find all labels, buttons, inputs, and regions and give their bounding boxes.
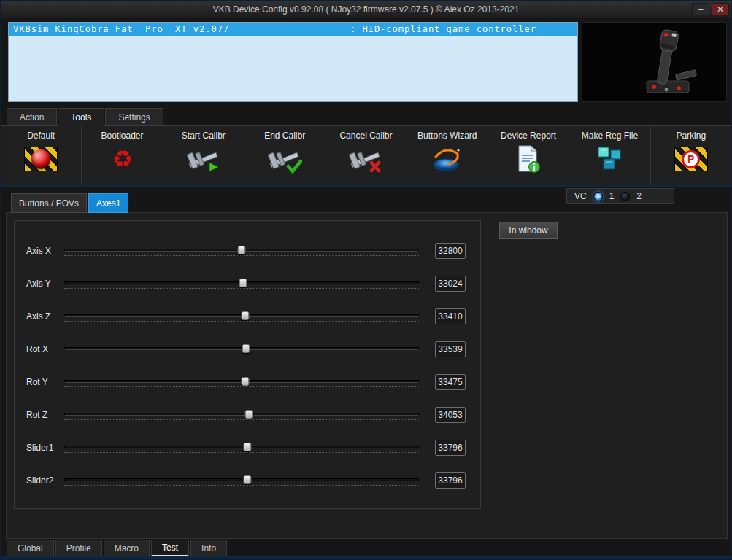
axis-value: 33796 xyxy=(435,472,466,489)
axis-row-x: Axis X 32800 xyxy=(15,234,480,267)
subtab-buttons-povs[interactable]: Buttons / POVs xyxy=(11,193,87,213)
axis-label: Axis Z xyxy=(26,311,64,322)
slider-thumb[interactable] xyxy=(243,443,251,451)
tab-tools[interactable]: Tools xyxy=(58,108,104,126)
subtab-bar: Buttons / POVs Axes1 xyxy=(11,193,128,213)
axis-label: Slider2 xyxy=(26,475,64,486)
axis-value: 32800 xyxy=(435,243,466,259)
tab-settings[interactable]: Settings xyxy=(105,108,163,125)
toolbar-label: Buttons Wizard xyxy=(417,131,477,141)
vc-radio-2[interactable] xyxy=(620,192,630,201)
vc-option-1-label: 1 xyxy=(609,191,615,201)
axis-slider[interactable] xyxy=(64,309,419,324)
slider-ticks xyxy=(64,255,419,256)
subtab-axes1[interactable]: Axes1 xyxy=(88,193,128,213)
axis-row-z: Axis Z 33410 xyxy=(15,300,480,332)
axis-label: Axis X xyxy=(26,246,64,256)
document-info-icon xyxy=(514,144,543,174)
slider-ticks xyxy=(64,354,419,354)
tab-macro[interactable]: Macro xyxy=(104,540,150,556)
window-controls: – ✕ xyxy=(692,3,729,15)
slider-thumb[interactable] xyxy=(244,410,253,419)
bottom-tab-bar: Global Profile Macro Test Info xyxy=(7,540,227,556)
axes-group-box: Axis X 32800 Axis Y 33024 Axis Z xyxy=(14,220,481,509)
toolbar-button-start-calibr[interactable]: Start Calibr xyxy=(163,126,244,185)
axis-value: 33475 xyxy=(435,374,466,390)
toolbar-button-parking[interactable]: Parking P xyxy=(651,126,731,185)
slider-thumb[interactable] xyxy=(241,311,249,320)
axis-label: Rot Z xyxy=(26,410,64,420)
axis-row-slider2: Slider2 33796 xyxy=(15,464,480,497)
toolbar: Default Bootloader ♻ Start Calibr End Ca… xyxy=(1,125,731,187)
tab-info[interactable]: Info xyxy=(190,540,227,556)
axis-label: Rot Y xyxy=(26,377,64,387)
recycle-icon: ♻ xyxy=(112,144,133,174)
axis-value: 33410 xyxy=(435,308,466,324)
vkb-device-config-window: { "window": { "title": "VKB Device Confi… xyxy=(0,0,732,560)
toolbar-button-device-report[interactable]: Device Report xyxy=(488,126,569,185)
parking-sign-icon: P xyxy=(674,144,708,174)
close-button[interactable]: ✕ xyxy=(712,3,729,15)
toolbar-button-bootloader[interactable]: Bootloader ♻ xyxy=(82,126,163,185)
axes-test-panel: Axis X 32800 Axis Y 33024 Axis Z xyxy=(6,212,728,539)
ufo-swirl-icon xyxy=(430,144,465,174)
tab-action[interactable]: Action xyxy=(7,108,57,125)
vc-label: VC xyxy=(574,191,587,201)
toolbar-label: Device Report xyxy=(501,131,556,141)
slider-ticks xyxy=(64,288,419,289)
axis-slider[interactable] xyxy=(64,244,419,258)
caliper-check-icon xyxy=(267,144,302,174)
tab-global[interactable]: Global xyxy=(7,540,54,556)
in-window-button[interactable]: In window xyxy=(499,222,558,239)
toolbar-button-default[interactable]: Default xyxy=(1,126,82,185)
axis-slider[interactable] xyxy=(64,276,419,291)
axis-row-rx: Rot X 33539 xyxy=(15,332,480,365)
device-list-item-selected[interactable]: VKBsim KingCobra Fat Pro XT v2.077 : HID… xyxy=(9,23,577,36)
toolbar-label: Default xyxy=(27,131,55,141)
axis-row-y: Axis Y 33024 xyxy=(15,267,480,300)
toolbar-button-make-reg-file[interactable]: Make Reg File xyxy=(569,126,650,185)
axis-slider[interactable] xyxy=(64,375,419,389)
slider-ticks xyxy=(64,419,419,420)
slider-thumb[interactable] xyxy=(243,475,251,484)
axis-slider[interactable] xyxy=(64,440,419,455)
toolbar-button-buttons-wizard[interactable]: Buttons Wizard xyxy=(407,126,488,185)
axis-slider[interactable] xyxy=(64,473,419,488)
toolbar-label: Parking xyxy=(676,131,706,141)
joystick-image xyxy=(582,23,727,102)
device-list[interactable]: VKBsim KingCobra Fat Pro XT v2.077 : HID… xyxy=(8,22,578,102)
slider-track[interactable] xyxy=(64,413,419,416)
slider-track[interactable] xyxy=(64,446,419,448)
slider-ticks xyxy=(64,321,419,322)
toolbar-button-end-calibr[interactable]: End Calibr xyxy=(244,126,325,185)
window-title: VKB Device Config v0.92.08 ( NJoy32 firm… xyxy=(213,4,520,15)
toolbar-label: Bootloader xyxy=(101,131,143,141)
axis-row-rz: Rot Z 34053 xyxy=(15,398,480,431)
hazard-ball-icon xyxy=(24,144,58,174)
axis-label: Rot X xyxy=(26,344,64,354)
axis-row-slider1: Slider1 33796 xyxy=(15,431,480,464)
slider-thumb[interactable] xyxy=(242,344,250,353)
slider-thumb[interactable] xyxy=(238,246,246,254)
toolbar-label: Make Reg File xyxy=(582,131,638,141)
main-tab-bar: Action Tools Settings xyxy=(7,108,164,125)
toolbar-label: Cancel Calibr xyxy=(339,131,392,141)
axis-value: 33796 xyxy=(435,440,466,456)
axis-slider[interactable] xyxy=(64,342,419,357)
slider-track[interactable] xyxy=(64,478,419,481)
slider-thumb[interactable] xyxy=(239,279,247,287)
minimize-button[interactable]: – xyxy=(692,3,709,15)
tab-profile[interactable]: Profile xyxy=(55,540,102,556)
axis-value: 33024 xyxy=(435,276,466,292)
slider-thumb[interactable] xyxy=(242,377,250,386)
tab-test[interactable]: Test xyxy=(151,540,189,556)
vc-panel: VC 1 2 xyxy=(566,188,674,204)
toolbar-button-cancel-calibr[interactable]: Cancel Calibr xyxy=(325,126,407,185)
vc-option-2-label: 2 xyxy=(636,191,642,201)
axis-label: Slider1 xyxy=(26,443,64,453)
axis-label: Axis Y xyxy=(26,279,64,289)
vc-radio-1[interactable] xyxy=(593,192,603,201)
axis-value: 34053 xyxy=(435,407,466,423)
axis-slider[interactable] xyxy=(64,408,419,422)
slider-ticks xyxy=(64,452,419,453)
